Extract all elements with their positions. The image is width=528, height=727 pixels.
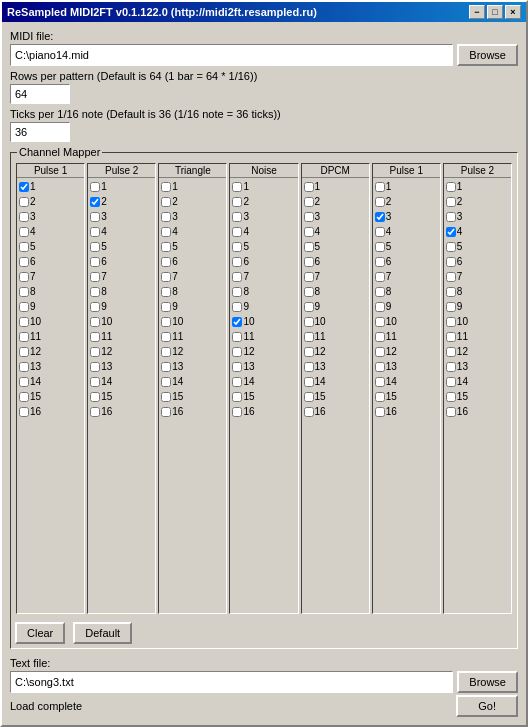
checkbox-pulse2_a-7[interactable] [90, 272, 100, 282]
checkbox-pulse1_b-5[interactable] [375, 242, 385, 252]
checkbox-dpcm-10[interactable] [304, 317, 314, 327]
checkbox-pulse2_b-6[interactable] [446, 257, 456, 267]
checkbox-triangle-6[interactable] [161, 257, 171, 267]
checkbox-triangle-12[interactable] [161, 347, 171, 357]
checkbox-triangle-13[interactable] [161, 362, 171, 372]
checkbox-pulse1_a-9[interactable] [19, 302, 29, 312]
checkbox-pulse1_a-7[interactable] [19, 272, 29, 282]
checkbox-triangle-14[interactable] [161, 377, 171, 387]
checkbox-dpcm-14[interactable] [304, 377, 314, 387]
checkbox-dpcm-4[interactable] [304, 227, 314, 237]
checkbox-pulse2_b-5[interactable] [446, 242, 456, 252]
checkbox-pulse1_a-6[interactable] [19, 257, 29, 267]
go-button[interactable]: Go! [456, 695, 518, 717]
midi-file-input[interactable] [10, 44, 453, 66]
checkbox-pulse2_b-4[interactable] [446, 227, 456, 237]
checkbox-pulse2_b-3[interactable] [446, 212, 456, 222]
checkbox-pulse1_b-13[interactable] [375, 362, 385, 372]
checkbox-dpcm-16[interactable] [304, 407, 314, 417]
checkbox-dpcm-3[interactable] [304, 212, 314, 222]
checkbox-pulse2_b-2[interactable] [446, 197, 456, 207]
checkbox-noise-9[interactable] [232, 302, 242, 312]
checkbox-pulse1_b-10[interactable] [375, 317, 385, 327]
checkbox-dpcm-13[interactable] [304, 362, 314, 372]
checkbox-pulse2_b-13[interactable] [446, 362, 456, 372]
checkbox-pulse1_a-15[interactable] [19, 392, 29, 402]
checkbox-triangle-16[interactable] [161, 407, 171, 417]
checkbox-noise-4[interactable] [232, 227, 242, 237]
checkbox-triangle-5[interactable] [161, 242, 171, 252]
checkbox-noise-11[interactable] [232, 332, 242, 342]
checkbox-triangle-4[interactable] [161, 227, 171, 237]
checkbox-pulse1_b-11[interactable] [375, 332, 385, 342]
checkbox-pulse1_b-9[interactable] [375, 302, 385, 312]
checkbox-dpcm-8[interactable] [304, 287, 314, 297]
checkbox-pulse2_b-11[interactable] [446, 332, 456, 342]
checkbox-pulse1_b-14[interactable] [375, 377, 385, 387]
checkbox-pulse1_a-13[interactable] [19, 362, 29, 372]
checkbox-pulse2_a-1[interactable] [90, 182, 100, 192]
checkbox-pulse1_b-2[interactable] [375, 197, 385, 207]
checkbox-triangle-10[interactable] [161, 317, 171, 327]
checkbox-noise-5[interactable] [232, 242, 242, 252]
checkbox-triangle-7[interactable] [161, 272, 171, 282]
checkbox-pulse1_a-10[interactable] [19, 317, 29, 327]
checkbox-noise-3[interactable] [232, 212, 242, 222]
checkbox-triangle-11[interactable] [161, 332, 171, 342]
checkbox-pulse1_b-12[interactable] [375, 347, 385, 357]
midi-browse-button[interactable]: Browse [457, 44, 518, 66]
checkbox-pulse2_a-3[interactable] [90, 212, 100, 222]
checkbox-noise-6[interactable] [232, 257, 242, 267]
checkbox-pulse2_a-15[interactable] [90, 392, 100, 402]
checkbox-pulse1_b-1[interactable] [375, 182, 385, 192]
checkbox-pulse2_a-6[interactable] [90, 257, 100, 267]
checkbox-pulse2_a-16[interactable] [90, 407, 100, 417]
checkbox-pulse2_a-13[interactable] [90, 362, 100, 372]
checkbox-noise-7[interactable] [232, 272, 242, 282]
minimize-button[interactable]: − [469, 5, 485, 19]
checkbox-triangle-9[interactable] [161, 302, 171, 312]
rows-per-pattern-input[interactable] [10, 84, 70, 104]
checkbox-pulse1_b-3[interactable] [375, 212, 385, 222]
checkbox-dpcm-6[interactable] [304, 257, 314, 267]
close-button[interactable]: × [505, 5, 521, 19]
checkbox-pulse1_a-1[interactable] [19, 182, 29, 192]
checkbox-noise-14[interactable] [232, 377, 242, 387]
checkbox-pulse2_b-9[interactable] [446, 302, 456, 312]
default-button[interactable]: Default [73, 622, 132, 644]
checkbox-pulse2_b-10[interactable] [446, 317, 456, 327]
ticks-per-16th-input[interactable] [10, 122, 70, 142]
checkbox-pulse1_a-8[interactable] [19, 287, 29, 297]
checkbox-pulse2_a-8[interactable] [90, 287, 100, 297]
checkbox-triangle-15[interactable] [161, 392, 171, 402]
checkbox-dpcm-2[interactable] [304, 197, 314, 207]
text-browse-button[interactable]: Browse [457, 671, 518, 693]
checkbox-pulse1_a-2[interactable] [19, 197, 29, 207]
checkbox-triangle-1[interactable] [161, 182, 171, 192]
checkbox-pulse1_a-16[interactable] [19, 407, 29, 417]
checkbox-pulse1_b-15[interactable] [375, 392, 385, 402]
checkbox-pulse2_a-4[interactable] [90, 227, 100, 237]
checkbox-pulse1_b-16[interactable] [375, 407, 385, 417]
checkbox-pulse1_b-6[interactable] [375, 257, 385, 267]
checkbox-triangle-2[interactable] [161, 197, 171, 207]
checkbox-pulse2_a-12[interactable] [90, 347, 100, 357]
checkbox-pulse2_a-9[interactable] [90, 302, 100, 312]
checkbox-pulse1_a-4[interactable] [19, 227, 29, 237]
checkbox-noise-12[interactable] [232, 347, 242, 357]
checkbox-pulse2_a-5[interactable] [90, 242, 100, 252]
checkbox-dpcm-11[interactable] [304, 332, 314, 342]
checkbox-pulse2_a-10[interactable] [90, 317, 100, 327]
checkbox-pulse1_b-8[interactable] [375, 287, 385, 297]
checkbox-pulse2_b-15[interactable] [446, 392, 456, 402]
maximize-button[interactable]: □ [487, 5, 503, 19]
checkbox-pulse2_a-14[interactable] [90, 377, 100, 387]
text-file-input[interactable] [10, 671, 453, 693]
checkbox-noise-16[interactable] [232, 407, 242, 417]
checkbox-dpcm-5[interactable] [304, 242, 314, 252]
checkbox-pulse1_a-14[interactable] [19, 377, 29, 387]
checkbox-pulse2_b-14[interactable] [446, 377, 456, 387]
checkbox-pulse2_a-2[interactable] [90, 197, 100, 207]
checkbox-pulse2_b-12[interactable] [446, 347, 456, 357]
checkbox-noise-10[interactable] [232, 317, 242, 327]
